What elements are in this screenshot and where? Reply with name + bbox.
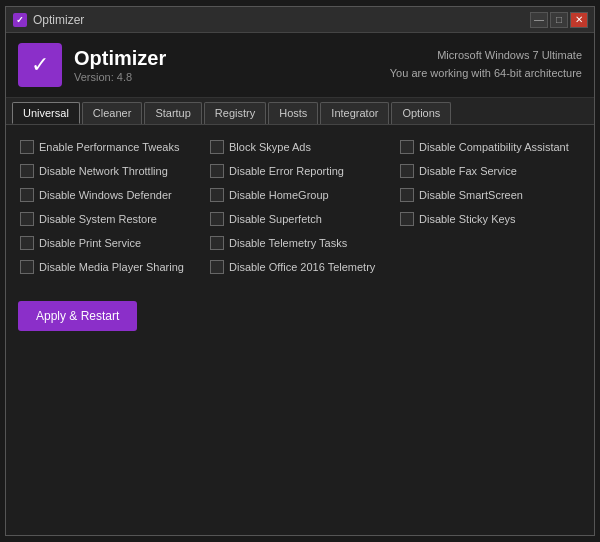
checkbox-net-throttling[interactable] [20, 164, 34, 178]
option-block-skype: Block Skype Ads [208, 137, 392, 157]
sys-info-line2: You are working with 64-bit architecture [390, 65, 582, 83]
app-header: ✓ Optimizer Version: 4.8 Microsoft Windo… [6, 33, 594, 98]
window-controls: — □ ✕ [530, 12, 588, 28]
checkbox-sticky-keys[interactable] [400, 212, 414, 226]
option-print-service: Disable Print Service [18, 233, 202, 253]
option-superfetch: Disable Superfetch [208, 209, 392, 229]
label-sys-restore: Disable System Restore [39, 213, 157, 225]
option-perf-tweaks: Enable Performance Tweaks [18, 137, 202, 157]
option-homegroup: Disable HomeGroup [208, 185, 392, 205]
checkbox-print-service[interactable] [20, 236, 34, 250]
maximize-button[interactable]: □ [550, 12, 568, 28]
titlebar: ✓ Optimizer — □ ✕ [6, 7, 594, 33]
app-version: Version: 4.8 [74, 71, 132, 83]
titlebar-checkmark: ✓ [13, 13, 27, 27]
app-logo: ✓ [18, 43, 62, 87]
main-window: ✓ Optimizer — □ ✕ ✓ Optimizer Version: 4… [5, 6, 595, 536]
option-smartscreen: Disable SmartScreen [398, 185, 582, 205]
tab-cleaner[interactable]: Cleaner [82, 102, 143, 124]
tab-integrator[interactable]: Integrator [320, 102, 389, 124]
apply-restart-button[interactable]: Apply & Restart [18, 301, 137, 331]
label-smartscreen: Disable SmartScreen [419, 189, 523, 201]
option-fax-service: Disable Fax Service [398, 161, 582, 181]
label-perf-tweaks: Enable Performance Tweaks [39, 141, 179, 153]
option-err-reporting: Disable Error Reporting [208, 161, 392, 181]
label-media-sharing: Disable Media Player Sharing [39, 261, 184, 273]
option-empty-2 [398, 257, 582, 277]
option-compat-assistant: Disable Compatibility Assistant [398, 137, 582, 157]
label-superfetch: Disable Superfetch [229, 213, 322, 225]
app-name: Optimizer [74, 46, 166, 70]
tab-registry[interactable]: Registry [204, 102, 266, 124]
checkbox-compat-assistant[interactable] [400, 140, 414, 154]
label-err-reporting: Disable Error Reporting [229, 165, 344, 177]
options-grid: Enable Performance Tweaks Block Skype Ad… [18, 137, 582, 277]
label-homegroup: Disable HomeGroup [229, 189, 329, 201]
checkbox-homegroup[interactable] [210, 188, 224, 202]
option-win-defender: Disable Windows Defender [18, 185, 202, 205]
label-net-throttling: Disable Network Throttling [39, 165, 168, 177]
label-print-service: Disable Print Service [39, 237, 141, 249]
logo-checkmark: ✓ [31, 52, 49, 78]
checkbox-win-defender[interactable] [20, 188, 34, 202]
option-empty-1 [398, 233, 582, 253]
tab-bar: Universal Cleaner Startup Registry Hosts… [6, 98, 594, 125]
close-button[interactable]: ✕ [570, 12, 588, 28]
minimize-button[interactable]: — [530, 12, 548, 28]
checkbox-telemetry-tasks[interactable] [210, 236, 224, 250]
tab-options[interactable]: Options [391, 102, 451, 124]
checkbox-office-telemetry[interactable] [210, 260, 224, 274]
option-office-telemetry: Disable Office 2016 Telemetry [208, 257, 392, 277]
tab-hosts[interactable]: Hosts [268, 102, 318, 124]
option-media-sharing: Disable Media Player Sharing [18, 257, 202, 277]
content-spacer [18, 331, 582, 523]
label-telemetry-tasks: Disable Telemetry Tasks [229, 237, 347, 249]
checkbox-block-skype[interactable] [210, 140, 224, 154]
tab-startup[interactable]: Startup [144, 102, 201, 124]
checkbox-media-sharing[interactable] [20, 260, 34, 274]
label-compat-assistant: Disable Compatibility Assistant [419, 141, 569, 153]
tab-universal[interactable]: Universal [12, 102, 80, 124]
option-sys-restore: Disable System Restore [18, 209, 202, 229]
option-net-throttling: Disable Network Throttling [18, 161, 202, 181]
app-title-block: Optimizer Version: 4.8 [74, 46, 166, 84]
checkbox-sys-restore[interactable] [20, 212, 34, 226]
checkbox-fax-service[interactable] [400, 164, 414, 178]
label-fax-service: Disable Fax Service [419, 165, 517, 177]
label-office-telemetry: Disable Office 2016 Telemetry [229, 261, 375, 273]
option-sticky-keys: Disable Sticky Keys [398, 209, 582, 229]
system-info: Microsoft Windows 7 Ultimate You are wor… [390, 47, 582, 82]
label-sticky-keys: Disable Sticky Keys [419, 213, 516, 225]
label-win-defender: Disable Windows Defender [39, 189, 172, 201]
checkbox-perf-tweaks[interactable] [20, 140, 34, 154]
option-telemetry-tasks: Disable Telemetry Tasks [208, 233, 392, 253]
app-icon: ✓ [12, 12, 28, 28]
checkbox-smartscreen[interactable] [400, 188, 414, 202]
label-block-skype: Block Skype Ads [229, 141, 311, 153]
tab-content: Enable Performance Tweaks Block Skype Ad… [6, 125, 594, 535]
titlebar-title: Optimizer [33, 13, 530, 27]
checkbox-superfetch[interactable] [210, 212, 224, 226]
sys-info-line1: Microsoft Windows 7 Ultimate [390, 47, 582, 65]
checkbox-err-reporting[interactable] [210, 164, 224, 178]
